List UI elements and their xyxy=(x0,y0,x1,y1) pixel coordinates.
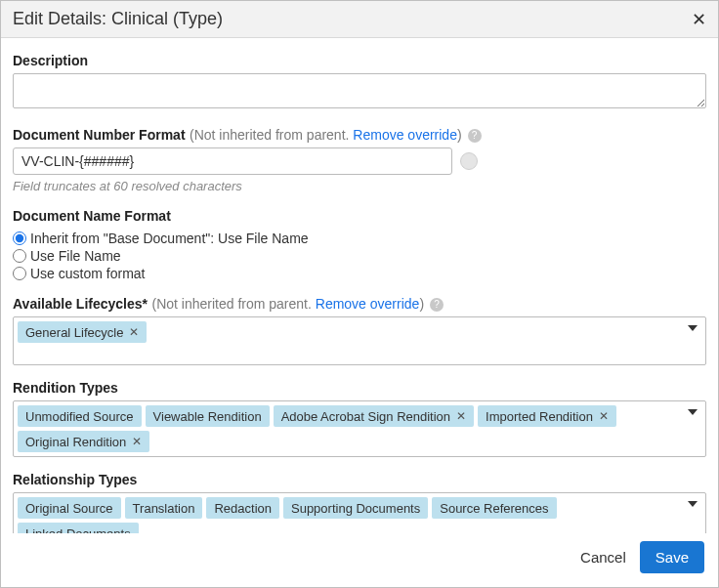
dialog-body: Description Document Number Format (Not … xyxy=(1,38,718,533)
truncate-note: Field truncates at 60 resolved character… xyxy=(13,179,706,193)
lifecycles-inherit: (Not inherited from parent. Remove overr… xyxy=(151,296,427,312)
remove-tag-icon[interactable]: ✕ xyxy=(132,435,142,448)
description-input[interactable] xyxy=(13,73,706,108)
lifecycles-remove-override-link[interactable]: Remove override xyxy=(316,296,420,312)
radio-inherit[interactable]: Inherit from "Base Document": Use File N… xyxy=(13,231,706,246)
rendition-types-tags: Unmodified SourceViewable RenditionAdobe… xyxy=(18,405,701,452)
relationship-tag[interactable]: Original Source xyxy=(18,497,121,519)
relationship-tag-label: Linked Documents xyxy=(25,526,131,534)
doc-number-format-header: Document Number Format (Not inherited fr… xyxy=(13,126,706,144)
lifecycles-header: Available Lifecycles* (Not inherited fro… xyxy=(13,295,706,313)
rendition-tag-label: Adobe Acrobat Sign Rendition xyxy=(281,409,450,424)
relationship-tag[interactable]: Translation xyxy=(125,497,203,519)
doc-name-format-options: Inherit from "Base Document": Use File N… xyxy=(13,231,706,281)
relationship-tag[interactable]: Linked Documents xyxy=(18,523,139,533)
rendition-tag[interactable]: Adobe Acrobat Sign Rendition✕ xyxy=(274,405,474,427)
format-helper-icon[interactable] xyxy=(460,152,478,170)
remove-tag-icon[interactable]: ✕ xyxy=(599,409,609,423)
remove-tag-icon[interactable]: ✕ xyxy=(129,325,139,339)
rendition-tag[interactable]: Unmodified Source xyxy=(18,405,142,427)
doc-number-format-row xyxy=(13,147,706,175)
inherit-note-text: (Not inherited from parent. xyxy=(190,127,353,143)
rendition-types-group: Rendition Types Unmodified SourceViewabl… xyxy=(13,379,706,457)
relationship-types-label: Relationship Types xyxy=(13,472,137,487)
doc-name-format-label: Document Name Format xyxy=(13,208,171,224)
help-icon[interactable]: ? xyxy=(468,129,482,143)
chevron-down-icon[interactable] xyxy=(688,409,698,415)
lifecycles-group: Available Lifecycles* (Not inherited fro… xyxy=(13,295,706,365)
lifecycles-tagbox[interactable]: General Lifecycle✕ xyxy=(13,316,706,365)
radio-use-file-name-input[interactable] xyxy=(13,249,26,263)
relationship-tag[interactable]: Supporting Documents xyxy=(283,497,428,519)
relationship-tag-label: Supporting Documents xyxy=(291,501,420,516)
doc-number-format-input[interactable] xyxy=(13,147,452,175)
relationship-tag-label: Redaction xyxy=(214,501,272,516)
rendition-tag-label: Original Rendition xyxy=(25,435,126,449)
close-icon[interactable]: ✕ xyxy=(692,11,706,28)
dialog-header: Edit Details: Clinical (Type) ✕ xyxy=(1,1,718,38)
lifecycles-tags: General Lifecycle✕ xyxy=(18,321,147,360)
radio-custom-format-label: Use custom format xyxy=(30,266,145,281)
relationship-types-tags: Original SourceTranslationRedactionSuppo… xyxy=(18,497,701,533)
doc-number-format-group: Document Number Format (Not inherited fr… xyxy=(13,126,706,193)
remove-override-link[interactable]: Remove override xyxy=(353,127,457,143)
relationship-tag[interactable]: Source References xyxy=(432,497,556,519)
relationship-tag-label: Source References xyxy=(440,501,548,516)
dialog-footer: Cancel Save xyxy=(1,533,718,587)
lifecycle-tag[interactable]: General Lifecycle✕ xyxy=(18,321,147,343)
edit-details-dialog: Edit Details: Clinical (Type) ✕ Descript… xyxy=(0,0,719,588)
rendition-tag-label: Viewable Rendition xyxy=(153,409,262,424)
lifecycles-inherit-note: (Not inherited from parent. xyxy=(151,296,315,312)
close-paren: ) xyxy=(457,127,462,143)
remove-tag-icon[interactable]: ✕ xyxy=(456,409,466,423)
rendition-tag-label: Imported Rendition xyxy=(486,409,593,424)
relationship-tag-label: Original Source xyxy=(25,501,113,516)
save-button[interactable]: Save xyxy=(640,541,704,573)
chevron-down-icon[interactable] xyxy=(688,325,698,331)
relationship-types-tagbox[interactable]: Original SourceTranslationRedactionSuppo… xyxy=(13,492,706,533)
rendition-types-tagbox[interactable]: Unmodified SourceViewable RenditionAdobe… xyxy=(13,400,706,457)
rendition-tag[interactable]: Viewable Rendition xyxy=(146,405,270,427)
description-label: Description xyxy=(13,53,88,68)
rendition-types-label: Rendition Types xyxy=(13,380,118,396)
radio-custom-format[interactable]: Use custom format xyxy=(13,266,706,281)
radio-inherit-label: Inherit from "Base Document": Use File N… xyxy=(30,231,309,246)
description-group: Description xyxy=(13,52,706,112)
relationship-tag[interactable]: Redaction xyxy=(206,497,279,519)
rendition-tag[interactable]: Imported Rendition✕ xyxy=(478,405,616,427)
rendition-tag[interactable]: Original Rendition✕ xyxy=(18,431,149,452)
dialog-title: Edit Details: Clinical (Type) xyxy=(13,9,223,29)
doc-number-format-inherit: (Not inherited from parent. Remove overr… xyxy=(190,127,465,143)
radio-use-file-name[interactable]: Use File Name xyxy=(13,248,706,264)
relationship-types-group: Relationship Types Original SourceTransl… xyxy=(13,471,706,533)
doc-name-format-group: Document Name Format Inherit from "Base … xyxy=(13,207,706,281)
lifecycles-close-paren: ) xyxy=(419,296,424,312)
cancel-button[interactable]: Cancel xyxy=(580,549,626,566)
relationship-tag-label: Translation xyxy=(133,501,195,516)
help-icon[interactable]: ? xyxy=(430,298,444,312)
doc-number-format-label: Document Number Format xyxy=(13,127,186,143)
chevron-down-icon[interactable] xyxy=(688,501,698,507)
radio-inherit-input[interactable] xyxy=(13,231,26,245)
lifecycles-label: Available Lifecycles* xyxy=(13,296,148,312)
rendition-tag-label: Unmodified Source xyxy=(25,409,134,424)
radio-custom-format-input[interactable] xyxy=(13,267,26,280)
radio-use-file-name-label: Use File Name xyxy=(30,248,121,264)
lifecycle-tag-label: General Lifecycle xyxy=(25,325,123,340)
